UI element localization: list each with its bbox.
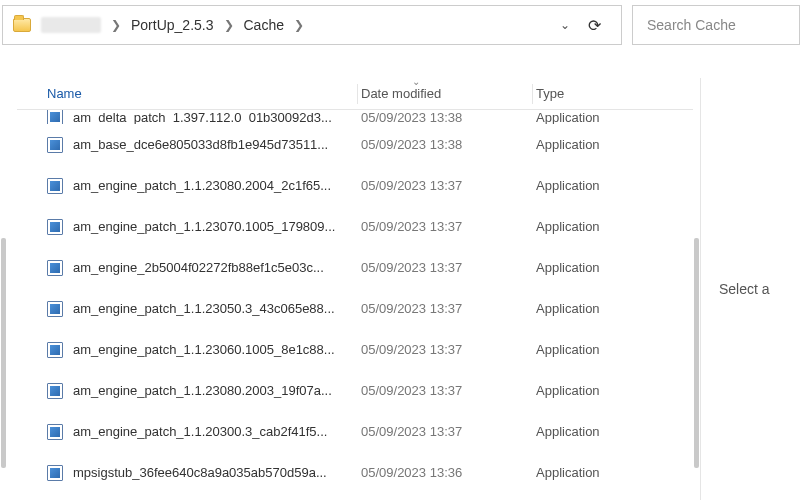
table-row[interactable]: am_engine_patch_1.1.23060.1005_8e1c88...… [17,329,693,370]
nav-scrollbar[interactable] [0,78,7,500]
file-rows: am_delta_patch_1.397.112.0_01b30092d3...… [17,110,693,493]
application-icon [47,301,63,317]
folder-icon [13,18,31,32]
table-row[interactable]: am_engine_patch_1.1.20300.3_cab2f41f5...… [17,411,693,452]
table-row[interactable]: am_engine_patch_1.1.23050.3_43c065e88...… [17,288,693,329]
file-name: am_delta_patch_1.397.112.0_01b30092d3... [73,110,332,124]
file-name: am_base_dce6e805033d8fb1e945d73511... [73,137,328,152]
file-name: am_engine_patch_1.1.23060.1005_8e1c88... [73,342,335,357]
file-date: 05/09/2023 13:38 [357,110,532,124]
application-icon [47,260,63,276]
table-row[interactable]: am_engine_patch_1.1.23080.2004_2c1f65...… [17,165,693,206]
breadcrumb: ❯ PortUp_2.5.3 ❯ Cache ❯ [41,17,314,33]
column-header-type[interactable]: Type [532,86,564,101]
file-date: 05/09/2023 13:37 [357,260,532,275]
file-date: 05/09/2023 13:37 [357,219,532,234]
table-row[interactable]: am_engine_patch_1.1.23080.2003_19f07a...… [17,370,693,411]
file-type: Application [532,137,600,152]
chevron-right-icon[interactable]: ❯ [294,18,304,32]
column-headers: ⌄ Name Date modified Type [17,78,693,110]
list-scrollbar[interactable] [693,78,700,500]
application-icon [47,383,63,399]
application-icon [47,110,63,124]
file-type: Application [532,465,600,480]
content-area: ⌄ Name Date modified Type am_delta_patch… [0,78,800,500]
file-name: am_engine_patch_1.1.23050.3_43c065e88... [73,301,335,316]
breadcrumb-seg-1[interactable]: PortUp_2.5.3 [131,17,214,33]
file-date: 05/09/2023 13:36 [357,465,532,480]
breadcrumb-seg-2[interactable]: Cache [244,17,284,33]
chevron-right-icon[interactable]: ❯ [224,18,234,32]
file-type: Application [532,342,600,357]
chevron-right-icon[interactable]: ❯ [111,18,121,32]
column-separator[interactable] [532,84,533,104]
file-name: am_engine_patch_1.1.20300.3_cab2f41f5... [73,424,327,439]
file-type: Application [532,219,600,234]
file-date: 05/09/2023 13:37 [357,424,532,439]
column-header-date[interactable]: Date modified [357,86,532,101]
file-date: 05/09/2023 13:37 [357,342,532,357]
application-icon [47,465,63,481]
preview-placeholder: Select a [719,281,770,297]
application-icon [47,137,63,153]
preview-pane: Select a [700,78,800,500]
search-placeholder: Search Cache [647,17,736,33]
file-date: 05/09/2023 13:37 [357,383,532,398]
column-separator[interactable] [357,84,358,104]
address-bar: ❯ PortUp_2.5.3 ❯ Cache ❯ ⌄ ⟳ Search Cach… [0,0,800,50]
file-type: Application [532,260,600,275]
application-icon [47,178,63,194]
breadcrumb-hidden-segment[interactable] [41,17,101,33]
file-type: Application [532,424,600,439]
file-type: Application [532,383,600,398]
file-name: am_engine_patch_1.1.23080.2004_2c1f65... [73,178,331,193]
file-name: mpsigstub_36fee640c8a9a035ab570d59a... [73,465,327,480]
file-name: am_engine_2b5004f02272fb88ef1c5e03c... [73,260,324,275]
application-icon [47,219,63,235]
table-row[interactable]: am_engine_patch_1.1.23070.1005_179809...… [17,206,693,247]
application-icon [47,342,63,358]
breadcrumb-path-box[interactable]: ❯ PortUp_2.5.3 ❯ Cache ❯ ⌄ ⟳ [2,5,622,45]
file-type: Application [532,301,600,316]
table-row[interactable]: am_engine_2b5004f02272fb88ef1c5e03c...05… [17,247,693,288]
search-input[interactable]: Search Cache [632,5,800,45]
column-header-name[interactable]: Name [17,86,357,101]
table-row[interactable]: mpsigstub_36fee640c8a9a035ab570d59a...05… [17,452,693,493]
refresh-icon[interactable]: ⟳ [578,16,611,35]
sort-indicator-icon[interactable]: ⌄ [412,76,420,87]
file-type: Application [532,110,600,124]
table-row-partial[interactable]: am_delta_patch_1.397.112.0_01b30092d3...… [17,110,693,124]
file-list-area: ⌄ Name Date modified Type am_delta_patch… [17,78,693,500]
file-type: Application [532,178,600,193]
application-icon [47,424,63,440]
file-date: 05/09/2023 13:38 [357,137,532,152]
file-date: 05/09/2023 13:37 [357,301,532,316]
table-row[interactable]: am_base_dce6e805033d8fb1e945d73511...05/… [17,124,693,165]
file-name: am_engine_patch_1.1.23080.2003_19f07a... [73,383,332,398]
address-dropdown-icon[interactable]: ⌄ [552,18,578,32]
file-date: 05/09/2023 13:37 [357,178,532,193]
file-name: am_engine_patch_1.1.23070.1005_179809... [73,219,335,234]
